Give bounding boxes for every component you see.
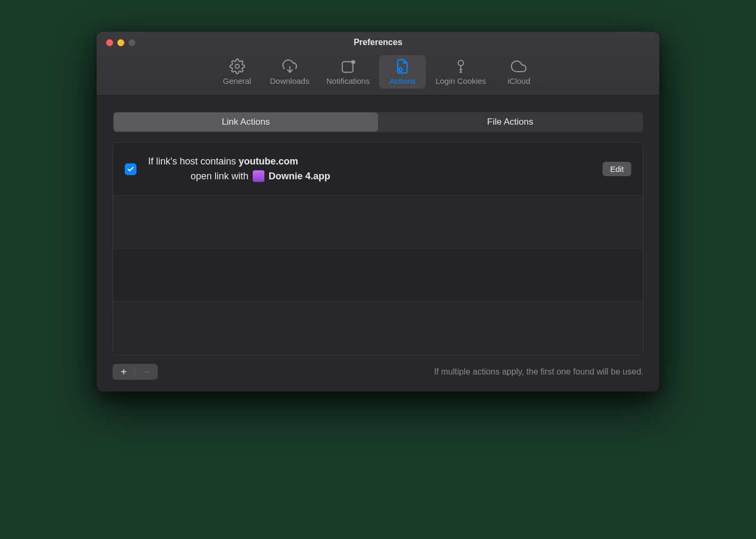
empty-row (113, 249, 643, 302)
file-gear-icon (394, 58, 410, 74)
titlebar: Preferences General Downloads Notificati… (97, 32, 659, 95)
notification-icon (340, 58, 356, 74)
segment-label: Link Actions (222, 117, 270, 127)
tab-label: Login Cookies (435, 76, 486, 85)
toolbar: General Downloads Notifications Actions (97, 53, 659, 95)
tab-login-cookies[interactable]: Login Cookies (428, 55, 493, 89)
tab-label: General (223, 76, 251, 85)
gear-icon (229, 58, 245, 74)
add-rule-button[interactable]: + (113, 364, 135, 380)
rule-row[interactable]: If link's host contains youtube.com open… (113, 143, 643, 196)
empty-row (113, 302, 643, 355)
tab-label: iCloud (508, 76, 530, 85)
close-window-button[interactable] (106, 39, 113, 46)
zoom-window-button[interactable] (128, 39, 135, 46)
plus-icon: + (121, 366, 127, 378)
app-icon (253, 170, 264, 182)
tab-label: Downloads (270, 76, 310, 85)
tab-label: Notifications (327, 76, 370, 85)
traffic-lights (106, 39, 135, 46)
rule-description: If link's host contains youtube.com open… (148, 156, 591, 182)
segment-file-actions[interactable]: File Actions (378, 112, 642, 132)
footer: + − If multiple actions apply, the first… (113, 364, 643, 380)
segment-label: File Actions (487, 117, 534, 127)
tab-label: Actions (390, 76, 416, 85)
minus-icon: − (143, 366, 150, 378)
svg-point-4 (458, 60, 463, 66)
preferences-window: Preferences General Downloads Notificati… (97, 32, 659, 392)
window-title: Preferences (97, 38, 659, 47)
tab-downloads[interactable]: Downloads (263, 55, 317, 89)
remove-rule-button[interactable]: − (135, 364, 158, 380)
footer-hint: If multiple actions apply, the first one… (434, 367, 643, 377)
tab-icloud[interactable]: iCloud (495, 55, 542, 89)
cloud-icon (511, 58, 527, 74)
tab-general[interactable]: General (214, 55, 261, 89)
svg-point-3 (399, 68, 402, 71)
rules-list: If link's host contains youtube.com open… (113, 142, 643, 355)
rule-action: open link with Downie 4.app (148, 170, 591, 182)
segment-link-actions[interactable]: Link Actions (114, 112, 378, 132)
edit-rule-button[interactable]: Edit (603, 162, 631, 176)
rule-condition-value: youtube.com (239, 156, 298, 167)
rule-condition-prefix: If link's host contains (148, 156, 239, 167)
empty-row (113, 196, 643, 249)
content: Link Actions File Actions If link's host… (97, 95, 659, 392)
segmented-control: Link Actions File Actions (113, 111, 643, 133)
add-remove-group: + − (113, 364, 158, 380)
svg-point-2 (351, 60, 355, 64)
key-icon (453, 58, 469, 74)
rule-enabled-checkbox[interactable] (125, 163, 136, 175)
svg-rect-1 (342, 62, 353, 72)
minimize-window-button[interactable] (117, 39, 124, 46)
rule-action-prefix: open link with (191, 171, 248, 182)
tab-actions[interactable]: Actions (379, 55, 426, 89)
rule-condition: If link's host contains youtube.com (148, 156, 591, 167)
tab-notifications[interactable]: Notifications (319, 55, 377, 89)
cloud-download-icon (282, 58, 298, 74)
rule-app-name: Downie 4.app (269, 171, 330, 182)
titlebar-top: Preferences (97, 32, 659, 53)
svg-point-0 (235, 64, 239, 68)
